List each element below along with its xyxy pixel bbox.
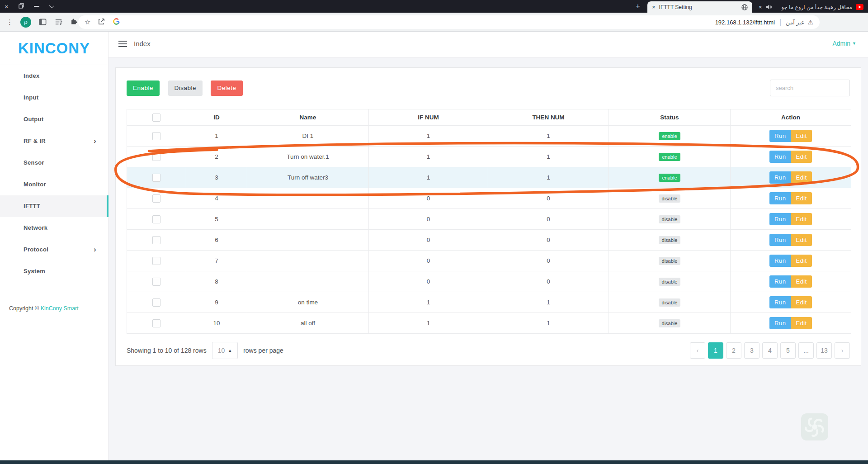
sidebar-item-index[interactable]: Index› bbox=[0, 65, 108, 87]
profile-avatar[interactable]: ρ bbox=[20, 17, 31, 28]
sidebar-item-rf-ir[interactable]: RF & IR› bbox=[0, 130, 108, 152]
sidebar-item-sensor[interactable]: Sensor› bbox=[0, 152, 108, 174]
browser-menu-icon[interactable]: ⋮ bbox=[6, 18, 13, 26]
run-button[interactable]: Run bbox=[769, 296, 791, 308]
run-button[interactable]: Run bbox=[769, 130, 791, 142]
run-button[interactable]: Run bbox=[769, 317, 791, 329]
row-checkbox[interactable] bbox=[152, 298, 160, 307]
sidebar-item-network[interactable]: Network› bbox=[0, 217, 108, 239]
edit-button[interactable]: Edit bbox=[791, 255, 811, 267]
column-header-status[interactable]: Status bbox=[609, 109, 731, 126]
window-restore-icon[interactable] bbox=[19, 2, 24, 10]
row-checkbox[interactable] bbox=[152, 132, 160, 140]
tab-close-icon[interactable]: × bbox=[652, 4, 656, 10]
run-button[interactable]: Run bbox=[769, 234, 791, 246]
sidebar-item-protocol[interactable]: Protocol› bbox=[0, 239, 108, 260]
edit-button[interactable]: Edit bbox=[791, 130, 811, 142]
page-button[interactable]: 5 bbox=[780, 342, 796, 359]
reading-list-icon[interactable] bbox=[54, 18, 63, 26]
window-close-icon[interactable]: × bbox=[5, 3, 9, 10]
extensions-puzzle-icon[interactable] bbox=[70, 18, 79, 26]
url-text[interactable]: 192.168.1.132/ifttt.html bbox=[715, 19, 775, 26]
edit-button[interactable]: Edit bbox=[791, 234, 811, 246]
sidebar-item-output[interactable]: Output› bbox=[0, 109, 108, 130]
copyright-brand-link[interactable]: KinCony Smart bbox=[41, 305, 79, 312]
row-checkbox[interactable] bbox=[152, 257, 160, 265]
page-ellipsis[interactable]: ... bbox=[798, 342, 814, 359]
table-row[interactable]: 400disableRunEdit bbox=[127, 188, 851, 209]
page-button[interactable]: 3 bbox=[744, 342, 760, 359]
table-row[interactable]: 1DI 111enableRunEdit bbox=[127, 126, 851, 147]
page-button[interactable]: 2 bbox=[726, 342, 741, 359]
column-header-id[interactable]: ID bbox=[186, 109, 247, 126]
table-row[interactable]: 800disableRunEdit bbox=[127, 271, 851, 292]
row-checkbox[interactable] bbox=[152, 319, 160, 327]
page-title: Index bbox=[134, 40, 151, 47]
row-checkbox[interactable] bbox=[152, 215, 160, 223]
column-header-name[interactable]: Name bbox=[247, 109, 369, 126]
page-button[interactable]: 13 bbox=[816, 342, 832, 359]
row-checkbox[interactable] bbox=[152, 278, 160, 286]
edit-button[interactable]: Edit bbox=[791, 317, 811, 329]
table-row[interactable]: 500disableRunEdit bbox=[127, 209, 851, 230]
sidebar-item-system[interactable]: System› bbox=[0, 260, 108, 282]
edit-button[interactable]: Edit bbox=[791, 275, 811, 288]
table-row[interactable]: 2Turn on water.111enableRunEdit bbox=[127, 147, 851, 167]
row-checkbox[interactable] bbox=[152, 236, 160, 244]
admin-user-menu[interactable]: Admin▼ bbox=[832, 40, 856, 47]
run-button[interactable]: Run bbox=[769, 213, 791, 225]
page-button[interactable]: 4 bbox=[762, 342, 778, 359]
window-menu-chevron-icon[interactable] bbox=[49, 3, 54, 8]
run-button[interactable]: Run bbox=[769, 171, 791, 184]
window-minimize-icon[interactable] bbox=[34, 6, 39, 7]
run-button[interactable]: Run bbox=[769, 151, 791, 163]
edit-button[interactable]: Edit bbox=[791, 171, 811, 184]
sidebar-item-monitor[interactable]: Monitor› bbox=[0, 174, 108, 195]
not-secure-label[interactable]: غير آمن bbox=[786, 19, 804, 26]
prev-page-button[interactable]: ‹ bbox=[690, 342, 705, 359]
enable-button[interactable]: Enable bbox=[127, 80, 160, 96]
side-panel-icon[interactable] bbox=[38, 18, 47, 26]
table-row[interactable]: 10all off11disableRunEdit bbox=[127, 313, 851, 334]
run-button[interactable]: Run bbox=[769, 275, 791, 288]
browser-tab-active[interactable]: × IFTTT Setting bbox=[647, 1, 752, 13]
search-input[interactable] bbox=[770, 80, 850, 96]
page-size-dropdown[interactable]: 10 ▲ bbox=[212, 342, 238, 359]
column-header-action[interactable]: Action bbox=[731, 109, 851, 126]
google-g-icon[interactable] bbox=[113, 18, 120, 27]
hamburger-menu-icon[interactable] bbox=[118, 41, 127, 49]
tab-close-icon[interactable]: × bbox=[759, 4, 762, 10]
column-header-thennum[interactable]: THEN NUM bbox=[488, 109, 609, 126]
table-row[interactable]: 9on time11disableRunEdit bbox=[127, 292, 851, 313]
next-page-button[interactable]: › bbox=[835, 342, 850, 359]
disable-button[interactable]: Disable bbox=[168, 80, 203, 96]
sidebar-item-ifttt[interactable]: IFTTT› bbox=[0, 195, 108, 217]
edit-button[interactable]: Edit bbox=[791, 192, 811, 204]
column-header-ifnum[interactable]: IF NUM bbox=[369, 109, 488, 126]
table-row[interactable]: 700disableRunEdit bbox=[127, 251, 851, 271]
browser-tab-background[interactable]: × محافل رهيبة جدأ من اروع ما جو bbox=[754, 1, 868, 13]
send-to-device-icon[interactable] bbox=[98, 18, 105, 27]
new-tab-button[interactable]: + bbox=[632, 1, 644, 12]
status-badge: disable bbox=[659, 298, 681, 307]
address-bar[interactable]: ☆ 192.168.1.132/ifttt.html | غير آمن ⚠ bbox=[78, 15, 820, 29]
bookmark-star-icon[interactable]: ☆ bbox=[85, 18, 90, 26]
table-row[interactable]: 600disableRunEdit bbox=[127, 230, 851, 251]
edit-button[interactable]: Edit bbox=[791, 213, 811, 225]
delete-button[interactable]: Delete bbox=[211, 80, 242, 96]
tab-audio-icon[interactable] bbox=[766, 4, 772, 10]
row-checkbox[interactable] bbox=[152, 174, 160, 182]
edit-button[interactable]: Edit bbox=[791, 151, 811, 163]
sidebar-item-input[interactable]: Input› bbox=[0, 87, 108, 109]
select-all-checkbox[interactable] bbox=[152, 114, 160, 122]
tab-title: محافل رهيبة جدأ من اروع ما جو bbox=[775, 4, 852, 10]
run-button[interactable]: Run bbox=[769, 255, 791, 267]
row-checkbox[interactable] bbox=[152, 194, 160, 203]
edit-button[interactable]: Edit bbox=[791, 296, 811, 308]
row-checkbox[interactable] bbox=[152, 153, 160, 161]
page-button[interactable]: 1 bbox=[708, 342, 723, 359]
table-row[interactable]: 3Turn off water311enableRunEdit bbox=[127, 167, 851, 188]
run-button[interactable]: Run bbox=[769, 192, 791, 204]
page-header: Index Admin▼ bbox=[108, 32, 868, 57]
status-badge: disable bbox=[659, 236, 681, 244]
